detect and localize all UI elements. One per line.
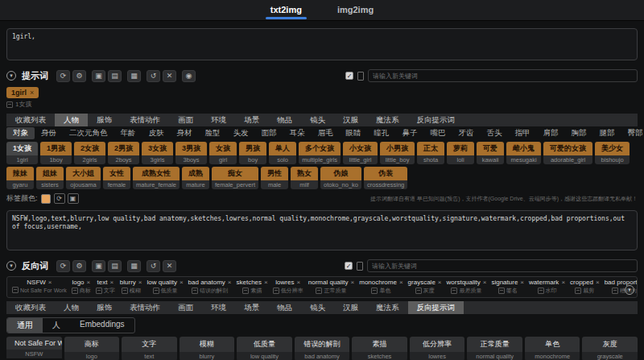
negative-prompt-textarea[interactable]: NSFW,logo,text,blurry,low quality,bad an… — [6, 210, 638, 250]
save-button[interactable]: ▣ — [92, 70, 105, 82]
tag-card[interactable]: 女孩girl — [209, 142, 237, 164]
subcategory-tab-瞳孔[interactable]: 瞳孔 — [368, 127, 396, 139]
subcategory-tab-舌头[interactable]: 舌头 — [481, 127, 509, 139]
category-tab-服饰[interactable]: 服饰 — [88, 301, 121, 314]
tag-color-swatch[interactable] — [41, 194, 51, 204]
negative-tag-card[interactable]: 低质量low quality — [237, 337, 292, 360]
negative-chip[interactable]: lowres×低分辨率 — [273, 279, 303, 296]
negative-tag-card[interactable]: 灰度grayscale — [582, 337, 638, 360]
category-tab-环境[interactable]: 环境 — [202, 114, 235, 126]
subcategory-tab-眼睛[interactable]: 眼睛 — [340, 127, 368, 139]
subcategory-tab-皮肤[interactable]: 皮肤 — [142, 127, 171, 139]
undo-button[interactable]: ↺ — [147, 70, 160, 82]
tab-img2img[interactable]: img2img — [331, 2, 380, 19]
close-icon[interactable]: × — [351, 279, 355, 286]
negative-chip[interactable]: NSFW×Not Safe For Work — [12, 279, 67, 296]
negative-chip[interactable]: low quality×低质量 — [147, 279, 184, 296]
category-tab-场景[interactable]: 场景 — [235, 114, 268, 126]
category-tab-镜头[interactable]: 镜头 — [301, 301, 334, 314]
tag-card[interactable]: 多个女孩multiple_girls — [299, 142, 341, 164]
gear-button[interactable]: ⚙ — [72, 260, 86, 272]
close-icon[interactable]: × — [30, 89, 34, 97]
subcategory-tab-鼻子[interactable]: 鼻子 — [396, 127, 424, 139]
close-icon[interactable]: × — [48, 279, 52, 286]
category-tab-汉服[interactable]: 汉服 — [334, 301, 367, 314]
positive-prompt-textarea[interactable]: 1girl, — [6, 28, 638, 60]
category-tab-场景[interactable]: 场景 — [235, 301, 268, 314]
tag-card[interactable]: 单人solo — [269, 142, 296, 164]
subtab-Embeddings[interactable]: Embeddings — [70, 318, 134, 333]
negative-chip[interactable]: cropped×裁剪 — [570, 279, 600, 296]
category-tab-收藏列表[interactable]: 收藏列表 — [6, 301, 55, 314]
tag-card[interactable]: 小女孩little_girl — [343, 142, 378, 164]
negative-chip[interactable]: worstquality×最差质量 — [447, 279, 487, 296]
tag-card[interactable]: 辣妹gyaru — [6, 167, 34, 189]
category-tab-表情动作[interactable]: 表情动作 — [121, 301, 169, 314]
tag-card[interactable]: 2男孩2boys — [108, 142, 139, 164]
tag-card[interactable]: 姐妹sisters — [36, 167, 64, 189]
subcategory-tab-眉毛[interactable]: 眉毛 — [312, 127, 340, 139]
subcategory-tab-身材[interactable]: 身材 — [171, 127, 199, 139]
delete-button[interactable]: ✕ — [163, 260, 176, 272]
subcategory-tab-对象[interactable]: 对象 — [6, 127, 35, 139]
prompt-chip[interactable]: 1girl× — [6, 87, 39, 98]
negative-chip[interactable]: watermark×水印 — [529, 279, 565, 296]
tag-card[interactable]: 大小姐ojousama — [66, 167, 101, 189]
subcategory-tab-耳朵[interactable]: 耳朵 — [283, 127, 312, 139]
tag-card[interactable]: 伪娘otoko_no_ko — [320, 167, 361, 189]
negative-tag-card[interactable]: Not Safe For W...NSFW — [6, 337, 62, 360]
tag-card[interactable]: 可爱的女孩adorable_girl — [543, 142, 592, 164]
category-tab-服饰[interactable]: 服饰 — [88, 114, 121, 126]
subcategory-tab-头发[interactable]: 头发 — [227, 127, 255, 139]
copy-color-button[interactable]: ▣ — [68, 193, 79, 204]
close-icon[interactable]: × — [296, 279, 300, 286]
category-tab-魔法系[interactable]: 魔法系 — [367, 301, 408, 314]
tag-card[interactable]: 雌小鬼mesugaki — [506, 142, 541, 164]
close-icon[interactable]: × — [520, 279, 524, 286]
tag-card[interactable]: 男孩boy — [239, 142, 266, 164]
close-icon[interactable]: × — [138, 279, 142, 286]
new-keyword-input[interactable] — [367, 259, 638, 272]
subcategory-tab-臀部[interactable]: 臀部 — [621, 127, 644, 139]
close-icon[interactable]: × — [87, 279, 91, 286]
negative-tag-card[interactable]: 单色monochrome — [525, 337, 580, 360]
negative-chip[interactable]: text×文字 — [96, 279, 115, 296]
tab-txt2img[interactable]: txt2img — [264, 2, 308, 19]
refresh-color-button[interactable]: ⟳ — [54, 193, 65, 204]
tag-card[interactable]: 萝莉loli — [447, 142, 474, 164]
tag-card[interactable]: 可爱kawaii — [477, 142, 504, 164]
subtab-通用[interactable]: 通用 — [7, 318, 43, 333]
subcategory-tab-身份[interactable]: 身份 — [35, 127, 63, 139]
negative-chip[interactable]: sketches×素描 — [237, 279, 268, 296]
gallery-button[interactable]: ▦ — [127, 260, 141, 272]
category-tab-物品[interactable]: 物品 — [268, 114, 301, 126]
category-tab-收藏列表[interactable]: 收藏列表 — [6, 114, 55, 126]
close-icon[interactable]: × — [180, 279, 184, 286]
category-tab-画面[interactable]: 画面 — [169, 114, 202, 126]
negative-chip[interactable]: logo×商标 — [72, 279, 91, 296]
history-button[interactable]: ⟳ — [56, 70, 70, 82]
history-button[interactable]: ⟳ — [56, 260, 70, 272]
close-icon[interactable]: × — [596, 279, 600, 286]
undo-button[interactable]: ↺ — [147, 260, 160, 272]
tag-card[interactable]: 3女孩3girls — [142, 142, 173, 164]
category-tab-表情动作[interactable]: 表情动作 — [121, 114, 169, 126]
subcategory-tab-肩部[interactable]: 肩部 — [537, 127, 565, 139]
close-icon[interactable]: × — [228, 279, 232, 286]
tag-card[interactable]: 美少女bishoujo — [595, 142, 630, 164]
close-icon[interactable]: × — [109, 279, 114, 286]
subcategory-tab-二次元角色[interactable]: 二次元角色 — [63, 127, 114, 139]
close-icon[interactable]: × — [561, 279, 565, 286]
negative-tag-card[interactable]: 文字text — [122, 337, 177, 360]
category-tab-物品[interactable]: 物品 — [268, 301, 301, 314]
notes-button[interactable]: ▤ — [108, 260, 122, 272]
negative-chip[interactable]: grayscale×灰度 — [408, 279, 442, 296]
negative-chip[interactable]: signature×签名 — [491, 279, 524, 296]
tag-card[interactable]: 痴女female_pervert — [212, 167, 258, 189]
close-icon[interactable]: × — [483, 279, 487, 286]
tag-card[interactable]: 女性female — [103, 167, 130, 189]
negative-tag-card[interactable]: 商标logo — [64, 337, 120, 360]
tag-card[interactable]: 1女孩1girl — [6, 142, 38, 164]
collapse-negative-icon[interactable]: ▾ — [6, 261, 16, 271]
subcategory-tab-腿部[interactable]: 腿部 — [593, 127, 621, 139]
